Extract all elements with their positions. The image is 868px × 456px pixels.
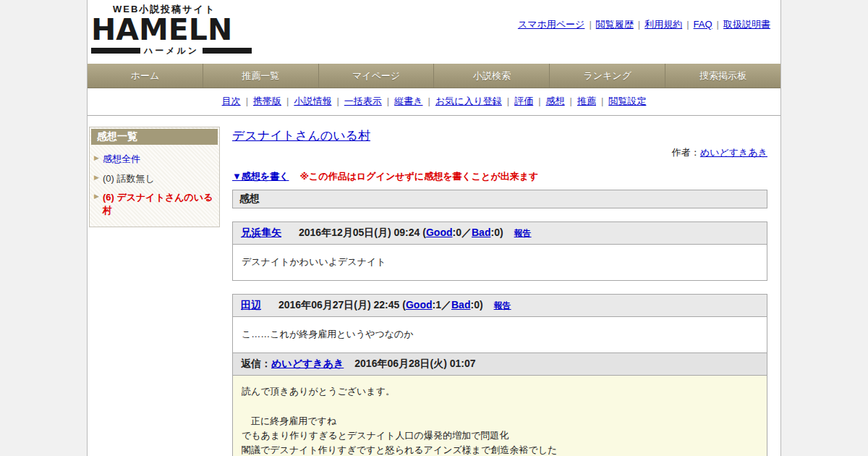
good-link[interactable]: Good — [406, 299, 433, 311]
comment-date: 2016年12月05日(月) 09:24 — [299, 227, 420, 238]
subnav-novel-info[interactable]: 小説情報 — [294, 96, 331, 106]
link-separator: | — [570, 96, 572, 106]
subnav-toc[interactable]: 目次 — [222, 96, 241, 106]
comment-rating: (Good:1／Bad:0) — [402, 299, 482, 311]
logo-wordmark: HAMELN — [91, 16, 252, 44]
bad-count: 0 — [474, 299, 480, 311]
nav-search-board[interactable]: 捜索掲示板 — [665, 64, 780, 88]
nav-home[interactable]: ホーム — [88, 64, 203, 88]
main-column: デスナイトさんのいる村 作者：めいどすきあき ▼感想を書く※この作品はログインせ… — [232, 127, 767, 456]
reply-author-link[interactable]: めいどすきあき — [271, 358, 344, 369]
header-link-smartphone-page[interactable]: スマホ用ページ — [518, 19, 585, 30]
link-separator: | — [589, 19, 591, 30]
rating-close-paren: ) — [500, 227, 503, 238]
sidebar-item-no-episode: ▶ (0) 話数無し — [90, 166, 219, 185]
subnav-rate[interactable]: 評価 — [514, 96, 533, 106]
logo-bar-left — [91, 48, 140, 54]
report-link[interactable]: 報告 — [514, 228, 532, 238]
link-separator: | — [638, 19, 640, 30]
sidebar-title: 感想一覧 — [91, 129, 218, 145]
link-separator: | — [507, 96, 509, 106]
comment-date: 2016年06月27日(月) 22:45 — [278, 299, 399, 311]
header-link-faq[interactable]: FAQ — [694, 19, 712, 30]
comment-header: 田辺2016年06月27日(月) 22:45(Good:1／Bad:0)報告 — [232, 294, 767, 317]
main-nav: ホーム 推薦一覧 マイページ 小説検索 ランキング 捜索掲示板 — [88, 64, 780, 88]
bad-link[interactable]: Bad — [472, 227, 490, 238]
reviews-section-header: 感想 — [232, 190, 767, 208]
comment-body: こ……これが終身雇用というやつなのか — [232, 317, 767, 353]
link-separator: | — [538, 96, 540, 106]
nav-ranking[interactable]: ランキング — [550, 64, 665, 88]
triangle-bullet-icon: ▶ — [94, 172, 99, 183]
triangle-bullet-icon: ▶ — [94, 191, 99, 202]
sidebar-link-all-reviews[interactable]: 感想全件 — [103, 153, 140, 166]
author-link[interactable]: めいどすきあき — [700, 147, 767, 158]
report-link[interactable]: 報告 — [494, 300, 511, 311]
commenter-name-link[interactable]: 田辺 — [241, 299, 261, 311]
comment-body: デスナイトかわいいよデスナイト — [232, 245, 767, 281]
comment-header: 兄浜隼矢2016年12月05日(月) 09:24(Good:0／Bad:0)報告 — [232, 221, 767, 245]
link-separator: | — [601, 96, 603, 106]
logo-bar-right — [203, 48, 252, 54]
commenter-name-link[interactable]: 兄浜隼矢 — [241, 227, 281, 238]
subnav-vertical-text[interactable]: 縦書き — [394, 96, 422, 106]
reply-label: 返信： — [241, 358, 271, 369]
rating-separator: ／ — [461, 227, 472, 238]
header-links: スマホ用ページ|閲覧履歴|利用規約|FAQ|取扱説明書 — [518, 18, 770, 31]
sidebar-link-current-episode[interactable]: (6) デスナイトさんのいる村 — [103, 191, 213, 216]
rating-separator: ／ — [441, 299, 451, 311]
good-count: 1 — [435, 299, 441, 311]
author-line: 作者：めいどすきあき — [232, 146, 767, 159]
sidebar-item-current-episode[interactable]: ▶ (6) デスナイトさんのいる村 — [90, 185, 219, 216]
subnav-add-favorite[interactable]: お気に入り登録 — [435, 96, 502, 106]
link-separator: | — [387, 96, 389, 106]
link-separator: | — [428, 96, 430, 106]
bad-count: 0 — [494, 227, 500, 238]
site-logo[interactable]: WEB小説投稿サイト HAMELN ハーメルン — [91, 3, 252, 57]
write-review-line: ▼感想を書く※この作品はログインせずに感想を書くことが出来ます — [232, 170, 767, 183]
sidebar-label-no-episode: (0) 話数無し — [103, 172, 155, 185]
login-note: ※この作品はログインせずに感想を書くことが出来ます — [299, 171, 538, 182]
subnav-view-settings[interactable]: 閲覧設定 — [608, 96, 646, 106]
link-separator: | — [686, 19, 689, 30]
content-area: 感想一覧 ▶ 感想全件 ▶ (0) 話数無し ▶ (6) デスナイトさんのいる村… — [88, 116, 780, 456]
logo-subtitle: ハーメルン — [140, 45, 203, 57]
good-link[interactable]: Good — [426, 227, 453, 238]
comment-rating: (Good:0／Bad:0) — [422, 227, 503, 238]
link-separator: | — [246, 96, 248, 106]
sidebar-review-list: 感想一覧 ▶ 感想全件 ▶ (0) 話数無し ▶ (6) デスナイトさんのいる村 — [89, 127, 220, 227]
reply-body: 読んで頂きありがとうございます。 正に終身雇用ですね でもあまり作りすぎるとデス… — [232, 376, 767, 456]
header-link-manual[interactable]: 取扱説明書 — [723, 19, 770, 30]
sub-nav: 目次|携帯版|小説情報|一括表示|縦書き|お気に入り登録|評価|感想|推薦|閲覧… — [88, 88, 780, 116]
link-separator: | — [717, 19, 719, 30]
subnav-reviews[interactable]: 感想 — [546, 96, 565, 106]
nav-novel-search[interactable]: 小説検索 — [434, 64, 550, 88]
nav-recommend-list[interactable]: 推薦一覧 — [203, 64, 319, 88]
good-count: 0 — [456, 227, 461, 238]
novel-title-link[interactable]: デスナイトさんのいる村 — [232, 127, 370, 144]
subnav-mobile[interactable]: 携帯版 — [253, 96, 281, 106]
header-link-history[interactable]: 閲覧履歴 — [596, 19, 634, 30]
reply-date: 2016年06月28日(火) 01:07 — [354, 358, 475, 369]
link-separator: | — [286, 96, 289, 106]
nav-my-page[interactable]: マイページ — [319, 64, 435, 88]
header-link-terms[interactable]: 利用規約 — [644, 19, 682, 30]
write-review-link[interactable]: ▼感想を書く — [232, 171, 289, 182]
bad-link[interactable]: Bad — [451, 299, 470, 311]
author-label: 作者： — [672, 147, 700, 158]
site-header: WEB小説投稿サイト HAMELN ハーメルン スマホ用ページ|閲覧履歴|利用規… — [88, 0, 780, 64]
reply-header: 返信：めいどすきあき2016年06月28日(火) 01:07 — [232, 353, 767, 376]
page-container: WEB小説投稿サイト HAMELN ハーメルン スマホ用ページ|閲覧履歴|利用規… — [87, 0, 781, 456]
sidebar-item-all-reviews[interactable]: ▶ 感想全件 — [90, 146, 219, 166]
subnav-batch-view[interactable]: 一括表示 — [344, 96, 382, 106]
link-separator: | — [336, 96, 339, 106]
subnav-recommend[interactable]: 推薦 — [577, 96, 596, 106]
triangle-bullet-icon: ▶ — [94, 153, 99, 164]
rating-close-paren: ) — [480, 299, 483, 311]
